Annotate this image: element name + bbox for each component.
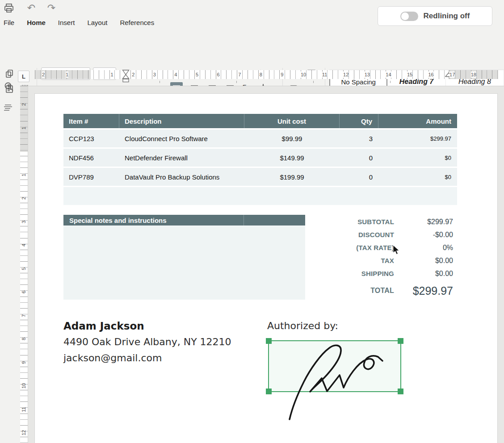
column-header: Item # [63,114,119,128]
ruler-number: 7 [238,71,241,78]
menu-bar: FileHomeInsertLayoutReferences [0,17,154,29]
ruler-number: 16 [428,71,433,78]
column-header: Unit cost [244,114,340,128]
ruler-number: 7 [21,313,26,318]
redo-icon[interactable]: ↷ [45,3,58,13]
totals-label: DISCOUNT [294,231,394,238]
ruler-number: 2 [21,196,26,201]
column-header: Description [119,114,244,128]
invoice-table-body: CCP123CloudConnect Pro Software$99.993$2… [63,130,457,186]
totals-value: -$0.00 [394,231,453,239]
ruler-number: 9 [281,71,283,78]
totals-block: SUBTOTAL$299.97DISCOUNT-$0.00(TAX RATE)0… [294,215,453,298]
ruler-number: 10 [301,71,306,78]
contact-address[interactable]: 4490 Oak Drive Albany, NY 12210 [63,336,231,347]
tab-stop-selector[interactable]: L [18,71,29,82]
ruler-number: 12 [343,71,349,78]
ruler-number: 5 [196,71,198,78]
ruler-number: 18 [471,71,476,78]
totals-row[interactable]: TAX$0.00 [294,254,453,267]
table-cell[interactable]: $99.99 [244,130,340,147]
document-outline-icon[interactable] [4,104,13,112]
table-cell[interactable]: 0 [340,168,378,186]
notes-header[interactable]: Special notes and instructions [63,215,305,226]
menu-references[interactable]: References [120,17,154,29]
menu-file[interactable]: File [4,17,14,29]
redlining-control: Redlining off [378,6,492,26]
table-cell[interactable]: DataVault Pro Backup Solutions [119,168,244,186]
invoice-table-header: Item #DescriptionUnit costQtyAmount [63,114,457,128]
menu-home[interactable]: Home [27,17,46,29]
table-cell[interactable]: DVP789 [63,168,119,186]
resize-handle-sw[interactable] [266,389,272,394]
table-cell[interactable]: CCP123 [63,130,119,147]
ruler-number: 13 [365,71,370,78]
invoice-empty-row[interactable] [63,187,457,205]
totals-value: $0.00 [394,257,453,265]
ruler-ticks [20,86,28,443]
ruler-number: 17 [449,71,455,78]
undo-icon[interactable]: ↶ [25,3,38,13]
table-cell[interactable]: NDF456 [63,149,119,167]
totals-label: SUBTOTAL [294,218,394,226]
totals-row[interactable]: SHIPPING$0.00 [294,267,453,280]
ruler-number: 2 [132,71,134,78]
ruler-number: 6 [21,289,26,295]
ruler-number: 1 [111,71,113,78]
table-cell[interactable]: 3 [340,130,378,147]
ruler-number: 3 [21,219,26,225]
ruler-number: 1 [66,71,68,78]
ruler-number: 8 [21,336,26,342]
signature-selection-frame[interactable] [268,340,401,392]
resize-handle-ne[interactable] [398,338,403,344]
search-icon[interactable] [4,81,14,92]
table-cell[interactable]: $0 [378,149,457,167]
table-cell[interactable]: $299.97 [378,130,457,147]
total-label: TOTAL [294,287,394,295]
resize-handle-se[interactable] [398,389,403,394]
invoice-table[interactable]: Item #DescriptionUnit costQtyAmount CCP1… [63,114,457,205]
ruler-number: 11 [21,407,26,412]
ruler-number: 1 [21,125,26,131]
ruler-secondary-ticks [35,80,498,83]
ruler-number: 5 [21,266,26,272]
totals-row[interactable]: (TAX RATE)0% [294,241,453,254]
copy-icon[interactable] [4,68,15,79]
vertical-ruler[interactable]: 2112345678910111213 [20,86,28,443]
table-cell[interactable]: $149.99 [244,149,340,167]
ruler-number: 6 [217,71,220,78]
column-header: Amount [378,114,457,128]
contact-name[interactable]: Adam Jackson [63,320,144,332]
authorized-by-label[interactable]: Authorized by: [267,320,338,331]
total-value: $299.97 [394,284,453,297]
table-cell[interactable]: NetDefender Firewall [119,149,244,167]
ruler-number: 1 [21,172,26,178]
total-row[interactable]: TOTAL $299.97 [294,283,453,298]
contact-email[interactable]: jackson@gmail.com [63,352,162,364]
ruler-number: 14 [386,71,391,78]
horizontal-ruler[interactable]: 21123456789101112131415161718 [35,70,498,79]
totals-row[interactable]: SUBTOTAL$299.97 [294,215,453,228]
ruler-number: 2 [21,102,26,107]
totals-value: $299.97 [394,218,453,226]
redlining-toggle[interactable] [400,12,418,21]
totals-value: $0.00 [394,270,453,278]
totals-label: TAX [294,257,394,264]
menu-insert[interactable]: Insert [58,17,75,29]
resize-handle-nw[interactable] [266,338,272,344]
menu-layout[interactable]: Layout [87,17,107,29]
column-header: Qty [340,114,378,128]
table-cell[interactable]: $0 [378,168,457,186]
table-cell[interactable]: 0 [340,149,378,167]
document-page[interactable]: Item #DescriptionUnit costQtyAmount CCP1… [35,94,497,443]
ruler-number: 10 [21,383,26,389]
table-row[interactable]: CCP123CloudConnect Pro Software$99.993$2… [63,130,457,147]
print-icon[interactable] [3,3,15,13]
table-cell[interactable]: CloudConnect Pro Software [119,130,244,147]
table-row[interactable]: NDF456NetDefender Firewall$149.990$0 [63,149,457,167]
totals-row[interactable]: DISCOUNT-$0.00 [294,228,453,241]
table-row[interactable]: DVP789DataVault Pro Backup Solutions$199… [63,168,457,186]
ruler-number: 11 [322,71,327,78]
table-cell[interactable]: $199.99 [244,168,340,186]
notes-body[interactable] [63,226,305,300]
